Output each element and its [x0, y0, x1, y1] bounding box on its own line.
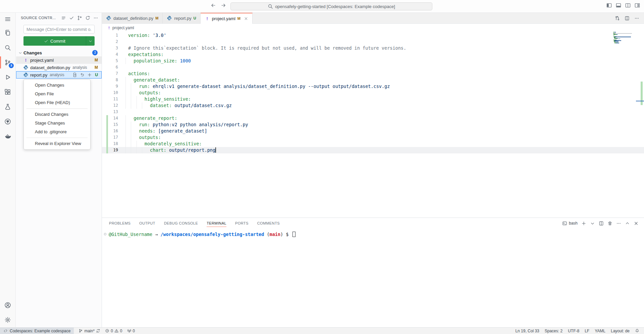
code-line-2[interactable]: 2 — [102, 39, 644, 45]
scm-file-report.py[interactable]: report.pyanalysisU — [16, 71, 102, 79]
toggle-sidebar-icon[interactable] — [606, 3, 612, 8]
close-icon[interactable] — [244, 16, 248, 21]
sidebar-item-run-debug[interactable] — [0, 70, 15, 85]
code-line-18[interactable]: 18 moderately_sensitive: — [102, 141, 644, 147]
code-line-6[interactable]: 6 — [102, 64, 644, 70]
panel-tab-ports[interactable]: PORTS — [235, 218, 249, 229]
code-line-4[interactable]: 4expectations: — [102, 51, 644, 58]
view-sort-icon[interactable] — [61, 15, 66, 20]
settings-button[interactable] — [0, 313, 15, 327]
code-editor[interactable]: 1version: '3.0'23# Ignore this`expectati… — [102, 32, 644, 218]
menu-item-reveal-in-explorer-view[interactable]: Reveal in Explorer View — [24, 139, 90, 148]
split-editor-icon[interactable] — [625, 16, 630, 21]
commit-dropdown[interactable] — [86, 36, 95, 46]
remote-indicator[interactable]: Codespaces: Example codespace — [0, 328, 74, 334]
panel-tab-problems[interactable]: PROBLEMS — [109, 218, 130, 229]
minimap[interactable] — [613, 32, 639, 72]
menu-item-add-to-gitignore[interactable]: Add to .gitignore — [24, 128, 90, 136]
command-center-search[interactable]: opensafely-getting-started [Codespaces: … — [230, 2, 432, 10]
ports-indicator[interactable]: 0 — [127, 328, 135, 334]
account-icon — [4, 302, 11, 308]
scm-file-dataset_definition.py[interactable]: dataset_definition.pyanalysisM — [16, 64, 102, 71]
terminal-shell-label[interactable]: bash — [562, 221, 578, 226]
close-panel-icon[interactable] — [634, 221, 639, 226]
menu-button[interactable] — [0, 13, 15, 26]
accounts-button[interactable] — [0, 298, 15, 313]
code-line-19[interactable]: 19 chart: output/report.png — [102, 147, 644, 153]
indentation[interactable]: Spaces: 2 — [545, 328, 562, 334]
terminal[interactable]: @GitHub_Username → /workspaces/opensafel… — [102, 229, 644, 237]
code-line-16[interactable]: 16 needs: [generate_dataset] — [102, 128, 644, 134]
sidebar-item-extensions[interactable] — [0, 85, 15, 99]
sidebar-item-explorer[interactable] — [0, 26, 15, 40]
code-line-17[interactable]: 17 outputs: — [102, 134, 644, 141]
code-line-3[interactable]: 3# Ignore this`expectation` block. It is… — [102, 45, 644, 51]
sidebar-item-testing[interactable] — [0, 99, 15, 114]
tab-project.yaml[interactable]: !project.yamlM — [201, 13, 253, 24]
new-terminal-icon[interactable] — [581, 221, 586, 226]
code-line-5[interactable]: 5 population_size: 1000 — [102, 58, 644, 64]
language-mode[interactable]: YAML — [595, 328, 605, 334]
breadcrumb[interactable]: ! project.yaml — [102, 24, 644, 32]
keyboard-layout[interactable]: Layout: de — [611, 328, 630, 334]
plus-icon[interactable] — [87, 73, 92, 77]
commit-button[interactable]: Commit — [23, 36, 95, 46]
maximize-panel-icon[interactable] — [625, 221, 630, 226]
sidebar-item-search[interactable] — [0, 40, 15, 55]
branch-indicator[interactable]: main* — [78, 328, 100, 334]
notifications-bell[interactable] — [635, 328, 639, 334]
problems-indicator[interactable]: 0 0 — [105, 328, 122, 334]
toggle-secondary-sidebar-icon[interactable] — [625, 3, 631, 8]
tab-report.py[interactable]: report.pyU — [163, 13, 200, 23]
go-to-file-icon[interactable] — [72, 73, 77, 77]
gutter-change-marker — [106, 134, 108, 141]
toggle-panel-icon[interactable] — [616, 3, 621, 8]
code-line-9[interactable]: 9 run: ehrql:v1 generate-dataset analysi… — [102, 83, 644, 90]
forward-icon[interactable] — [221, 3, 226, 8]
changes-section-header[interactable]: Changes 3 — [16, 49, 102, 56]
terminal-dropdown-icon[interactable] — [590, 221, 595, 226]
refresh-icon[interactable] — [85, 15, 90, 20]
panel-tab-terminal[interactable]: TERMINAL — [207, 218, 226, 229]
scm-file-project.yaml[interactable]: !project.yamlM — [16, 56, 102, 64]
code-line-10[interactable]: 10 outputs: — [102, 90, 644, 96]
panel-tab-debug-console[interactable]: DEBUG CONSOLE — [164, 218, 198, 229]
sidebar-item-docker[interactable] — [0, 129, 15, 144]
code-line-12[interactable]: 12 dataset: output/dataset.csv.gz — [102, 102, 644, 109]
eol[interactable]: LF — [585, 328, 589, 334]
menu-item-open-file[interactable]: Open File — [24, 90, 90, 98]
sidebar-item-github[interactable] — [0, 114, 15, 129]
more-actions-icon[interactable] — [634, 16, 639, 21]
panel-more-icon[interactable] — [616, 221, 621, 226]
line-content: generate_report: — [128, 115, 177, 122]
menu-item-discard-changes[interactable]: Discard Changes — [24, 110, 90, 119]
code-line-14[interactable]: 14 generate_report: — [102, 115, 644, 122]
tab-dataset_definition.py[interactable]: dataset_definition.pyM — [102, 13, 163, 23]
discard-icon[interactable] — [80, 73, 85, 77]
back-icon[interactable] — [211, 3, 216, 8]
code-line-11[interactable]: 11 highly_sensitive: — [102, 96, 644, 102]
encoding[interactable]: UTF-8 — [568, 328, 579, 334]
menu-item-open-changes[interactable]: Open Changes — [24, 81, 90, 90]
code-line-8[interactable]: 8 generate_dataset: — [102, 77, 644, 83]
open-changes-icon[interactable] — [615, 16, 620, 21]
panel-tab-comments[interactable]: COMMENTS — [257, 218, 280, 229]
menu-item-stage-changes[interactable]: Stage Changes — [24, 119, 90, 128]
code-line-1[interactable]: 1version: '3.0' — [102, 32, 644, 39]
commit-icon[interactable] — [69, 15, 74, 20]
more-actions-icon[interactable] — [93, 15, 98, 20]
line-content: run: python:v2 python analysis/report.py — [128, 122, 248, 128]
cursor-position[interactable]: Ln 19, Col 33 — [515, 328, 539, 334]
menu-item-open-file-head-[interactable]: Open File (HEAD) — [24, 98, 90, 107]
code-line-7[interactable]: 7actions: — [102, 70, 644, 77]
commit-message-input[interactable] — [23, 25, 95, 34]
sidebar-item-source-control[interactable]: 3 — [0, 55, 15, 70]
kill-terminal-icon[interactable] — [607, 221, 612, 226]
code-line-13[interactable]: 13 — [102, 109, 644, 115]
code-line-15[interactable]: 15 run: python:v2 python analysis/report… — [102, 122, 644, 128]
panel-tab-output[interactable]: OUTPUT — [139, 218, 155, 229]
split-terminal-icon[interactable] — [599, 221, 604, 226]
customize-layout-icon[interactable] — [635, 3, 640, 8]
graph-icon[interactable] — [77, 15, 82, 20]
line-number: 3 — [106, 45, 118, 51]
